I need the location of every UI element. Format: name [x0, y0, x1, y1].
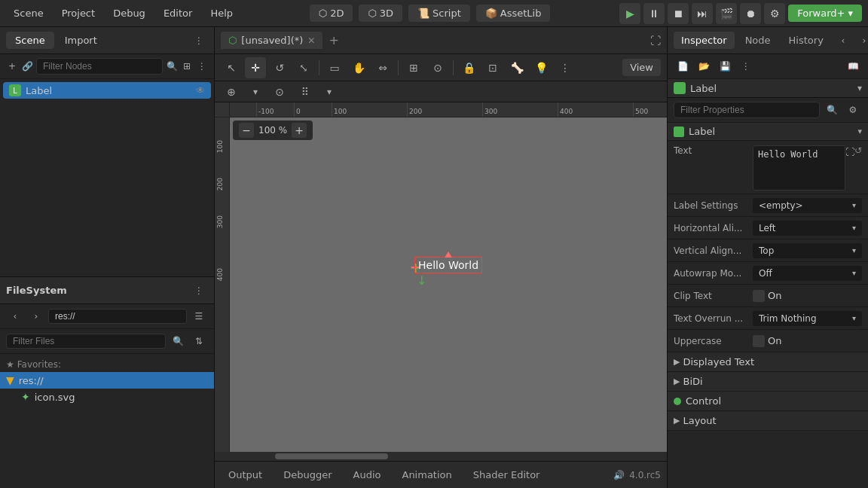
select-tool[interactable]: ↖	[221, 57, 242, 78]
more-icon[interactable]: ⋮	[737, 57, 755, 75]
expand-viewport-icon[interactable]: ⛶	[650, 35, 661, 47]
zoom-out-btn[interactable]: −	[239, 123, 254, 138]
save-scene-icon[interactable]: 💾	[716, 57, 734, 75]
fs-forward-icon[interactable]: ›	[27, 307, 45, 325]
pan-tool[interactable]: ✋	[348, 57, 369, 78]
filter-options-icon[interactable]: ⚙	[844, 101, 862, 119]
menu-editor[interactable]: Editor	[156, 5, 200, 22]
filter-nodes-input[interactable]	[36, 58, 163, 75]
nav-back-icon[interactable]: ‹	[834, 32, 852, 50]
grid-tool[interactable]: ⊞	[403, 57, 424, 78]
pause-button[interactable]: ⏸	[643, 3, 665, 24]
visibility-icon[interactable]: 👁	[196, 85, 205, 96]
zoom-in-btn[interactable]: +	[292, 123, 307, 138]
more-options-icon[interactable]: ⋮	[190, 32, 208, 50]
scene-node-label[interactable]: L Label 👁	[3, 82, 211, 99]
more-tool[interactable]: ⋮	[555, 57, 576, 78]
menu-help[interactable]: Help	[203, 5, 240, 22]
menu-debug[interactable]: Debug	[105, 5, 153, 22]
grid-dropdown-icon[interactable]: ▾	[320, 83, 338, 101]
tab-audio[interactable]: Audio	[346, 466, 389, 483]
fs-options-icon[interactable]: ⋮	[190, 282, 208, 300]
prop-text-overrun-dropdown[interactable]: Trim Nothing ▾	[753, 311, 862, 326]
stop-button[interactable]: ⏹	[668, 3, 689, 24]
hello-world-label[interactable]: Hello World	[414, 257, 482, 273]
rotate-tool[interactable]: ↺	[269, 57, 290, 78]
link-icon[interactable]: 🔗	[21, 57, 33, 75]
filter-properties-input[interactable]	[674, 102, 820, 118]
prop-displayed-text[interactable]: ▶ Displayed Text	[668, 352, 868, 372]
filter-search-icon[interactable]: 🔍	[823, 101, 841, 119]
lock-tool[interactable]: 🔒	[458, 57, 479, 78]
doc-icon[interactable]: 📖	[844, 57, 862, 75]
canvas-scrollbar[interactable]	[215, 452, 667, 461]
tab-output[interactable]: Output	[221, 466, 270, 483]
mode-assetlib[interactable]: 📦 AssetLib	[476, 5, 551, 22]
fs-layout-icon[interactable]: ☰	[190, 307, 208, 325]
play-button[interactable]: ▶	[619, 3, 640, 24]
prop-clip-text-checkbox[interactable]	[753, 290, 765, 302]
layout-section[interactable]: ▶ Layout	[668, 411, 868, 431]
settings-button[interactable]: ⚙	[764, 3, 785, 24]
search-icon[interactable]: 🔍	[166, 57, 178, 75]
zoom-dropdown-icon[interactable]: ▾	[246, 83, 264, 101]
tab-node[interactable]: Node	[738, 32, 778, 49]
scale-tool[interactable]: ⤡	[293, 57, 314, 78]
prop-valign-dropdown[interactable]: Top ▾	[753, 243, 862, 258]
fs-back-icon[interactable]: ‹	[6, 307, 24, 325]
mode-3d[interactable]: ⬡ 3D	[359, 5, 402, 22]
snap-btn[interactable]: ⊙	[269, 81, 290, 102]
prop-label-settings-dropdown[interactable]: <empty> ▾	[753, 198, 862, 213]
prop-section-label[interactable]: Label ▾	[668, 123, 868, 141]
prop-text-input[interactable]: Hello World	[753, 145, 845, 191]
node-config-icon[interactable]: ⊞	[181, 57, 193, 75]
tab-shader-editor[interactable]: Shader Editor	[466, 466, 548, 483]
add-node-icon[interactable]: +	[6, 57, 18, 75]
control-section[interactable]: Control	[668, 392, 868, 411]
prop-text-expand[interactable]: ⛶	[845, 147, 854, 157]
fs-path-input[interactable]	[48, 309, 187, 324]
prop-uppercase-checkbox[interactable]	[753, 335, 765, 347]
tab-animation[interactable]: Animation	[394, 466, 459, 483]
fs-item-res[interactable]: ▼ res://	[0, 372, 214, 389]
grid-dots-btn[interactable]: ⠿	[295, 81, 316, 102]
scene-options-icon[interactable]: ⋮	[196, 57, 208, 75]
mode-2d[interactable]: ⬡ 2D	[310, 5, 353, 22]
fs-search-icon[interactable]: 🔍	[169, 332, 187, 350]
light-tool[interactable]: 💡	[530, 57, 552, 78]
forward-button[interactable]: Forward+ ▾	[788, 5, 862, 22]
prop-bidi[interactable]: ▶ BiDi	[668, 372, 868, 392]
rect-tool[interactable]: ▭	[324, 57, 345, 78]
tab-import[interactable]: Import	[56, 32, 106, 49]
prop-text-reset[interactable]: ↺	[854, 145, 862, 156]
mode-script[interactable]: 📜 Script	[408, 5, 470, 22]
fs-item-icon-svg[interactable]: ✦ icon.svg	[0, 389, 214, 405]
menu-scene[interactable]: Scene	[6, 5, 51, 22]
bone-tool[interactable]: 🦴	[506, 57, 527, 78]
new-scene-icon[interactable]: 📄	[674, 57, 692, 75]
step-button[interactable]: ⏭	[692, 3, 713, 24]
view-button[interactable]: View	[622, 59, 661, 76]
scrollbar-thumb[interactable]	[275, 453, 388, 459]
record-button[interactable]: ⏺	[740, 3, 761, 24]
add-node-btn[interactable]: ⊕	[221, 81, 242, 102]
group-tool[interactable]: ⊡	[482, 57, 503, 78]
move-tool[interactable]: ✛	[245, 57, 266, 78]
node-type-dropdown[interactable]: ▾	[857, 83, 862, 93]
canvas-area[interactable]: -100 0 100 200 300 400 500 100 200 300 4…	[215, 102, 667, 452]
prop-autowrap-dropdown[interactable]: Off ▾	[753, 266, 862, 281]
prop-halign-dropdown[interactable]: Left ▾	[753, 221, 862, 236]
close-tab-icon[interactable]: ✕	[307, 35, 315, 46]
tab-debugger[interactable]: Debugger	[276, 466, 339, 483]
flip-tool[interactable]: ⇔	[372, 57, 393, 78]
tab-scene[interactable]: Scene	[6, 32, 54, 49]
add-tab-icon[interactable]: +	[329, 33, 338, 47]
movie-button[interactable]: 🎬	[716, 3, 737, 24]
nav-forward-icon[interactable]: ›	[855, 32, 868, 50]
snap-tool[interactable]: ⊙	[427, 57, 448, 78]
tab-inspector[interactable]: Inspector	[674, 32, 735, 49]
menu-project[interactable]: Project	[54, 5, 102, 22]
open-scene-icon[interactable]: 📂	[695, 57, 713, 75]
tab-history[interactable]: History	[781, 32, 831, 49]
fs-filter-input[interactable]	[6, 334, 166, 349]
